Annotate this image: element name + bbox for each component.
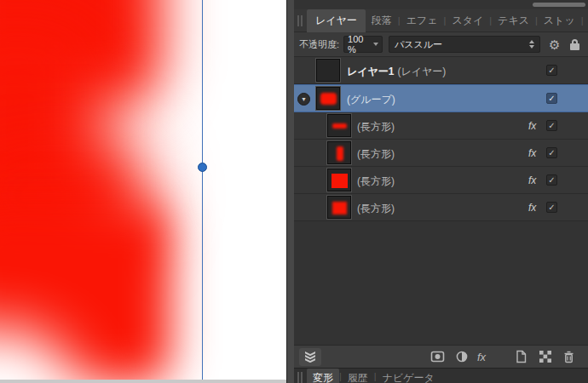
node-handle[interactable] — [198, 163, 207, 172]
layer-row-rect4[interactable]: (長方形) fx ✓ — [294, 194, 588, 221]
layer-effects-button[interactable]: fx — [477, 351, 486, 363]
panel-top-strip — [294, 0, 588, 9]
fx-badge[interactable]: fx — [528, 174, 536, 186]
tab-styles[interactable]: スタイ — [446, 9, 489, 32]
layer-row-rect1[interactable]: (長方形) fx ✓ — [294, 112, 588, 140]
gear-icon[interactable]: ⚙ — [549, 38, 560, 51]
layer-thumbnail[interactable] — [316, 87, 340, 110]
mask-layer-button[interactable] — [430, 350, 445, 363]
tab-stock[interactable]: ストッ — [538, 9, 581, 32]
pattern-layer-button[interactable] — [539, 350, 552, 363]
layer-kind: (レイヤー) — [398, 66, 447, 77]
stepper-icon — [529, 40, 534, 49]
layer-row-rect2[interactable]: (長方形) fx ✓ — [294, 140, 588, 167]
opacity-blend-row: 不透明度: 100 % パススルー ⚙ — [294, 32, 588, 57]
layer-kind: (長方形) — [357, 174, 395, 189]
layer-thumbnail[interactable] — [327, 114, 351, 137]
tab-text[interactable]: テキス — [492, 9, 535, 32]
new-layer-icon — [515, 350, 527, 363]
opacity-dropdown[interactable]: 100 % — [343, 36, 383, 53]
expander-icon[interactable]: ▼ — [297, 93, 310, 106]
adjustment-icon — [455, 350, 469, 363]
layer-kind: (長方形) — [357, 120, 395, 134]
trash-icon — [562, 350, 575, 363]
layer-list: レイヤー1(レイヤー) ✓ ▼ (グループ) ✓ (長方形) fx ✓ (長方形… — [294, 57, 588, 345]
tab-character[interactable]: 文字 — [584, 9, 588, 32]
layer-thumbnail[interactable] — [327, 141, 351, 164]
mask-icon — [430, 350, 445, 363]
layer-row-group[interactable]: ▼ (グループ) ✓ — [294, 84, 588, 112]
tab-navigator[interactable]: ナビゲータ — [377, 369, 441, 383]
canvas-bottom-edge — [0, 380, 286, 383]
visibility-checkbox[interactable]: ✓ — [546, 65, 557, 76]
layer-kind: (長方形) — [357, 147, 395, 162]
layers-toolbar: fx — [294, 345, 588, 368]
fx-badge[interactable]: fx — [528, 147, 536, 159]
layer-stack-button[interactable] — [299, 348, 321, 366]
bottom-panel-tab-bar: 変形 | 履歴 | ナビゲータ — [294, 368, 588, 383]
horizontal-scrollbar-thumb[interactable] — [533, 3, 585, 7]
app-window: レイヤー 段落 | エフェ | スタイ | テキス | ストッ | 文字 不透明… — [0, 0, 588, 383]
layers-stack-icon — [303, 351, 317, 363]
chevron-down-icon — [373, 43, 378, 46]
new-layer-button[interactable] — [515, 350, 527, 363]
tab-history[interactable]: 履歴 — [342, 369, 374, 383]
fx-badge[interactable]: fx — [528, 120, 536, 132]
visibility-checkbox[interactable]: ✓ — [546, 202, 557, 213]
panel-drag-grip[interactable] — [297, 372, 303, 383]
layer-name: レイヤー1 — [347, 66, 395, 77]
layer-kind: (グループ) — [347, 93, 395, 107]
opacity-value-text: 100 % — [348, 34, 373, 54]
canvas-viewport[interactable] — [0, 0, 286, 383]
panel-drag-grip[interactable] — [297, 15, 303, 26]
layer-thumbnail[interactable] — [327, 196, 351, 219]
delete-layer-button[interactable] — [562, 350, 575, 363]
lock-icon[interactable] — [570, 39, 579, 50]
panel-tab-bar: レイヤー 段落 | エフェ | スタイ | テキス | ストッ | 文字 — [294, 9, 588, 32]
layer-kind: (長方形) — [357, 202, 395, 216]
layer-row-layer1[interactable]: レイヤー1(レイヤー) ✓ — [294, 57, 588, 84]
layer-row-rect3[interactable]: (長方形) fx ✓ — [294, 167, 588, 194]
adjustment-layer-button[interactable] — [455, 350, 469, 363]
visibility-checkbox[interactable]: ✓ — [546, 120, 557, 131]
tab-effects[interactable]: エフェ — [401, 9, 444, 32]
visibility-checkbox[interactable]: ✓ — [546, 147, 557, 158]
layer-thumbnail[interactable] — [327, 169, 351, 192]
layer-thumbnail[interactable] — [316, 59, 340, 82]
tab-layers[interactable]: レイヤー — [307, 9, 366, 32]
blend-mode-select[interactable]: パススルー — [389, 36, 540, 53]
panel-divider[interactable] — [286, 0, 294, 383]
blend-mode-value: パススルー — [395, 38, 442, 51]
visibility-checkbox[interactable]: ✓ — [546, 174, 557, 186]
layers-panel: レイヤー 段落 | エフェ | スタイ | テキス | ストッ | 文字 不透明… — [294, 0, 588, 383]
tab-paragraph[interactable]: 段落 — [366, 9, 398, 32]
tab-transform[interactable]: 変形 — [307, 369, 339, 383]
selection-guide-line[interactable] — [202, 0, 203, 383]
opacity-label: 不透明度: — [299, 38, 339, 51]
fx-badge[interactable]: fx — [528, 202, 536, 214]
checkerboard-icon — [539, 350, 552, 363]
visibility-checkbox[interactable]: ✓ — [546, 93, 557, 104]
